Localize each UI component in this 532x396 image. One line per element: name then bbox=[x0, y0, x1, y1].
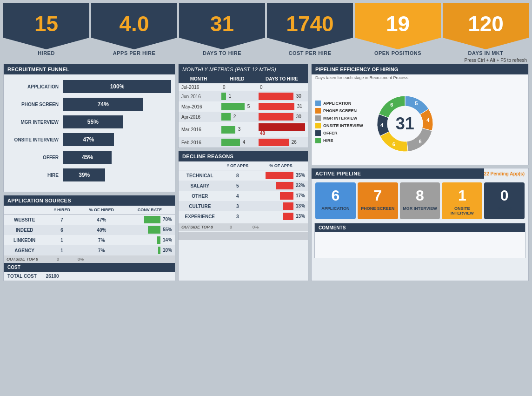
decline-count: 4 bbox=[221, 191, 254, 201]
metrics-th-hired: HIRED bbox=[219, 74, 256, 83]
kpi-days-value: 31 bbox=[210, 11, 234, 36]
kpi-cost-per-hire: 1740 COST PER HIRE bbox=[267, 3, 353, 56]
metrics-month: Mar-2016 bbox=[179, 122, 219, 137]
monthly-panel: MONTHLY METRICS (Past 12 mths) MONTH HIR… bbox=[178, 64, 308, 148]
source-conv: 70% bbox=[125, 215, 175, 225]
source-conv: 14% bbox=[125, 235, 175, 245]
decline-table: # OF APPS % OF APPS TECHNICAL 8 35% SALA… bbox=[179, 161, 308, 221]
main-grid: RECRUITMENT FUNNEL APPLICATION 100% PHON… bbox=[3, 64, 529, 281]
source-hired: 7 bbox=[45, 215, 79, 225]
pending-badge: 22 Pending App(s) bbox=[484, 171, 528, 176]
metrics-th-days: DAYS TO HIRE bbox=[256, 74, 308, 83]
active-pipeline-panel: ACTIVE PIPELINE 22 Pending App(s) 6 APPL… bbox=[311, 168, 529, 281]
pipeline-card-label: MGR INTERVIEW bbox=[403, 206, 437, 211]
source-hired: 1 bbox=[45, 245, 79, 255]
funnel-title: RECRUITMENT FUNNEL bbox=[4, 64, 175, 74]
metrics-row: Jul-2016 0 0 bbox=[179, 83, 308, 91]
decline-name: OTHER bbox=[179, 191, 221, 201]
kpi-cost-label: COST PER HIRE bbox=[288, 50, 331, 56]
decline-name: SALARY bbox=[179, 181, 221, 191]
decline-pct: 22% bbox=[254, 181, 308, 191]
pipeline-card-label: PHONE SCREEN bbox=[361, 206, 394, 211]
decline-th-count: # OF APPS bbox=[221, 161, 254, 170]
funnel-row: OFFER 45% bbox=[7, 151, 171, 164]
pipeline-card-value: 0 bbox=[500, 187, 509, 204]
kpi-cost-value: 1740 bbox=[286, 11, 333, 36]
outside-pct: 0% bbox=[78, 257, 84, 262]
metrics-hired-bar: 2 bbox=[219, 112, 256, 122]
metrics-days-bar: 30 bbox=[256, 91, 308, 101]
metrics-table: MONTH HIRED DAYS TO HIRE Jul-2016 0 0 Ju… bbox=[179, 74, 308, 148]
source-pct: 47% bbox=[79, 215, 125, 225]
pipeline-card: 0 OFFER bbox=[484, 182, 525, 219]
decline-count: 8 bbox=[221, 170, 254, 181]
kpi-apps-per-hire: 4.0 APPS PER HIRE bbox=[91, 3, 177, 56]
source-name: INDEED bbox=[4, 225, 45, 235]
decline-row: SALARY 5 22% bbox=[179, 181, 308, 191]
decline-name: TECHNICAL bbox=[179, 170, 221, 181]
legend-item: ONSITE INTERVIEW bbox=[315, 123, 363, 128]
kpi-hired-value: 15 bbox=[34, 11, 58, 36]
funnel-row: APPLICATION 100% bbox=[7, 80, 171, 93]
legend-item: MGR INTERVIEW bbox=[315, 115, 363, 121]
decline-panel: DECLINE REASONS # OF APPS % OF APPS TECH… bbox=[178, 151, 308, 281]
donut-segment-label: 6 bbox=[390, 102, 393, 107]
pipeline-body: APPLICATION PHONE SCREEN MGR INTERVIEW O… bbox=[312, 83, 528, 165]
metrics-th-month: MONTH bbox=[179, 74, 219, 83]
funnel-bar-wrap: 55% bbox=[63, 115, 171, 128]
sources-row: AGENCY 1 7% 10% bbox=[4, 245, 175, 255]
pipeline-efficiency-panel: PIPELINE EFFICIENCY OF HIRING Days taken… bbox=[311, 64, 529, 165]
metrics-month: Jun-2016 bbox=[179, 91, 219, 101]
metrics-hired-bar: 3 bbox=[219, 122, 256, 137]
decline-pct: 17% bbox=[254, 191, 308, 201]
decline-count: 3 bbox=[221, 201, 254, 211]
source-name: WEBSITE bbox=[4, 215, 45, 225]
legend-label: PHONE SCREEN bbox=[323, 108, 357, 113]
kpi-hired-label: HIRED bbox=[38, 50, 55, 56]
cost-row: TOTAL COST 26100 bbox=[4, 272, 175, 281]
kpi-open-banner: 19 bbox=[355, 3, 441, 49]
pipeline-card-value: 8 bbox=[416, 187, 424, 204]
funnel-bar: 55% bbox=[63, 115, 123, 128]
funnel-row-label: PHONE SCREEN bbox=[7, 102, 63, 107]
kpi-days-label: DAYS TO HIRE bbox=[203, 50, 241, 56]
pipeline-title: PIPELINE EFFICIENCY OF HIRING bbox=[312, 64, 528, 74]
donut-segment-label: 6 bbox=[392, 141, 395, 147]
kpi-mkt-label: DAYS IN MKT bbox=[468, 50, 504, 56]
kpi-days-to-hire: 31 DAYS TO HIRE bbox=[179, 3, 265, 56]
legend-label: ONSITE INTERVIEW bbox=[323, 123, 363, 128]
source-conv: 55% bbox=[125, 225, 175, 235]
funnel-bar: 47% bbox=[63, 133, 114, 146]
kpi-open-label: OPEN POSITIONS bbox=[374, 50, 421, 56]
legend-item: OFFER bbox=[315, 130, 363, 136]
metrics-month: Jul-2016 bbox=[179, 83, 219, 91]
decline-pct: 13% bbox=[254, 211, 308, 221]
source-pct: 7% bbox=[79, 235, 125, 245]
funnel-bar-wrap: 74% bbox=[63, 98, 171, 111]
legend-color bbox=[315, 138, 321, 143]
col-right: PIPELINE EFFICIENCY OF HIRING Days taken… bbox=[311, 64, 529, 281]
pipeline-card-label: ONSITE INTERVIEW bbox=[444, 206, 480, 215]
funnel-panel: RECRUITMENT FUNNEL APPLICATION 100% PHON… bbox=[3, 64, 175, 192]
legend-color bbox=[315, 101, 321, 106]
kpi-days-banner: 31 bbox=[179, 3, 265, 49]
pipeline-card: 1 ONSITE INTERVIEW bbox=[442, 182, 482, 219]
cost-value: 26100 bbox=[46, 274, 59, 279]
sources-th-name bbox=[4, 206, 45, 215]
outside-label: OUTSIDE TOP 8 bbox=[7, 257, 38, 262]
kpi-row: 15 HIRED 4.0 APPS PER HIRE 31 DAYS TO HI… bbox=[3, 3, 529, 56]
decline-row: TECHNICAL 8 35% bbox=[179, 170, 308, 181]
comments-title: COMMENTS bbox=[315, 223, 525, 232]
funnel-bar-wrap: 45% bbox=[63, 151, 171, 164]
active-pipeline-header: ACTIVE PIPELINE 22 Pending App(s) bbox=[312, 168, 528, 179]
metrics-days-bar: 40 bbox=[256, 122, 308, 137]
funnel-row-label: ONSITE INTERVIEW bbox=[7, 137, 63, 142]
metrics-row: May-2016 5 31 bbox=[179, 101, 308, 112]
sources-row: LINKEDIN 1 7% 14% bbox=[4, 235, 175, 245]
segment-labels bbox=[447, 87, 466, 161]
decline-count: 5 bbox=[221, 181, 254, 191]
decline-row: OTHER 4 17% bbox=[179, 191, 308, 201]
sources-th-hired: # HIRED bbox=[45, 206, 79, 215]
source-hired: 6 bbox=[45, 225, 79, 235]
metrics-row: Feb-2016 4 26 bbox=[179, 137, 308, 148]
